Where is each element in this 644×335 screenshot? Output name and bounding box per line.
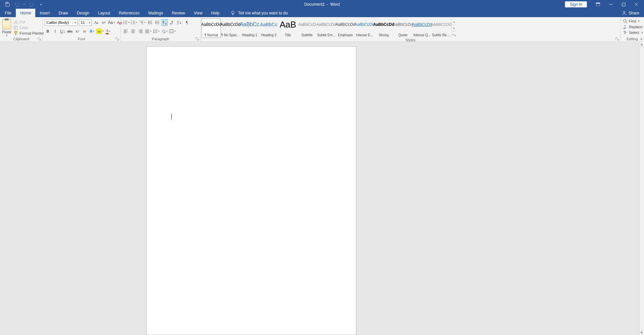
svg-point-21 <box>123 21 124 21</box>
superscript-button[interactable]: x2 <box>82 28 88 35</box>
style-name: Subtle Ref... <box>432 33 450 37</box>
tab-design[interactable]: Design <box>72 9 93 17</box>
group-label-paragraph: Paragraph <box>121 37 200 42</box>
highlight-button[interactable]: ab▾ <box>96 28 104 35</box>
styles-dialog-launcher[interactable] <box>615 37 619 41</box>
style-preview: AaBbCcDd <box>201 19 221 30</box>
gallery-scroll-down[interactable]: ▾ <box>452 25 456 32</box>
shrink-font-button[interactable]: A▾ <box>100 19 107 26</box>
numbering-button[interactable]: 123▾ <box>131 19 137 26</box>
italic-button[interactable]: I <box>52 28 58 35</box>
sort-button[interactable]: AZ <box>176 19 183 26</box>
style-item-11[interactable]: AaBbCcDdIntense Q... <box>412 18 432 38</box>
show-hide-marks-button[interactable]: ¶ <box>184 19 190 26</box>
bold-button[interactable]: B <box>45 28 51 35</box>
scroll-down-button[interactable]: ▼ <box>639 330 644 335</box>
decrease-indent-button[interactable] <box>147 19 153 26</box>
style-item-3[interactable]: AaBbCcHeading 2 <box>259 18 278 38</box>
strikethrough-button[interactable]: abc <box>67 28 73 35</box>
bullets-button[interactable]: ▾ <box>123 19 129 26</box>
gallery-more[interactable]: ▾ <box>452 32 456 38</box>
clipboard-dialog-launcher[interactable] <box>37 37 41 41</box>
save-button[interactable] <box>4 1 11 8</box>
undo-button[interactable] <box>13 1 20 8</box>
subscript-button[interactable]: x2 <box>74 28 80 35</box>
cut-button[interactable]: Cut <box>13 19 45 25</box>
font-size-dropdown[interactable]: ▾ <box>87 21 91 24</box>
ltr-text-direction-button[interactable]: ¶ <box>162 19 168 26</box>
multilevel-list-button[interactable]: ▾ <box>139 19 146 26</box>
find-button[interactable]: Find▾ <box>622 18 644 24</box>
text-effects-button[interactable]: A▾ <box>89 28 95 35</box>
tab-layout[interactable]: Layout <box>94 9 115 17</box>
style-preview: AaB <box>280 19 296 30</box>
font-color-button[interactable]: A▾ <box>105 28 111 35</box>
tab-view[interactable]: View <box>190 9 207 17</box>
tab-home[interactable]: Home <box>16 9 35 17</box>
justify-button[interactable]: ▾ <box>145 28 152 35</box>
style-preview: AaBbCcDd <box>355 19 374 30</box>
style-item-0[interactable]: AaBbCcDd¶ Normal <box>202 18 221 38</box>
borders-button[interactable]: ▾ <box>169 28 176 35</box>
undo-dropdown[interactable]: ▾ <box>23 1 26 8</box>
document-page[interactable] <box>146 46 356 335</box>
grow-font-button[interactable]: A▴ <box>93 19 99 26</box>
tab-mailings[interactable]: Mailings <box>144 9 167 17</box>
style-name: Intense Q... <box>413 33 431 37</box>
group-label-clipboard: Clipboard <box>0 37 42 42</box>
minimize-button[interactable] <box>605 0 616 9</box>
sign-in-button[interactable]: Sign in <box>565 1 587 7</box>
increase-indent-button[interactable] <box>154 19 160 26</box>
svg-rect-18 <box>15 33 16 35</box>
share-button[interactable]: Share <box>617 9 644 17</box>
gallery-scroll-up[interactable]: ▴ <box>452 18 456 25</box>
paste-dropdown[interactable]: ▾ <box>6 34 7 37</box>
format-painter-button[interactable]: Format Painter <box>13 31 45 36</box>
vertical-scrollbar[interactable]: ▲ ▼ <box>639 42 644 335</box>
align-center-button[interactable] <box>130 28 136 35</box>
underline-button[interactable]: U▾ <box>59 28 66 35</box>
align-left-button[interactable] <box>123 28 129 35</box>
qat-customize[interactable]: ▾ <box>38 1 44 8</box>
scroll-up-button[interactable]: ▲ <box>639 42 644 47</box>
close-button[interactable] <box>631 0 642 9</box>
style-item-12[interactable]: AABBCCDDSubtle Ref... <box>432 18 451 38</box>
style-item-2[interactable]: AaBbCcHeading 1 <box>240 18 259 38</box>
font-name-combo[interactable]: Calibri (Body) ▾ <box>45 19 78 26</box>
style-name: Quote <box>398 33 407 37</box>
style-item-9[interactable]: AaBbCcDdStrong <box>374 18 393 38</box>
ribbon-display-options[interactable] <box>592 0 604 9</box>
svg-line-13 <box>15 20 17 22</box>
redo-button[interactable] <box>28 1 35 8</box>
replace-button[interactable]: ab Replace <box>622 24 644 30</box>
copy-button[interactable]: Copy <box>13 25 45 30</box>
font-size-combo[interactable]: 11 ▾ <box>79 19 92 26</box>
style-item-7[interactable]: AaBbCcDdEmphasis <box>336 18 355 38</box>
shading-button[interactable]: ▾ <box>161 28 168 35</box>
line-spacing-button[interactable]: ▾ <box>153 28 160 35</box>
style-item-6[interactable]: AaBbCcDdSubtle Em... <box>317 18 336 38</box>
tab-references[interactable]: References <box>115 9 144 17</box>
style-item-8[interactable]: AaBbCcDdIntense E... <box>355 18 374 38</box>
tab-file[interactable]: File <box>0 9 16 17</box>
tab-review[interactable]: Review <box>167 9 189 17</box>
maximize-button[interactable] <box>618 0 629 9</box>
font-name-dropdown[interactable]: ▾ <box>73 21 77 24</box>
collapse-ribbon-button[interactable]: ⋏ <box>640 37 643 41</box>
tab-draw[interactable]: Draw <box>54 9 72 17</box>
style-item-1[interactable]: AaBbCcDd¶ No Spac... <box>221 18 240 38</box>
rtl-text-direction-button[interactable]: ¶ <box>169 19 175 26</box>
change-case-button[interactable]: Aa▾ <box>108 19 115 26</box>
tab-insert[interactable]: Insert <box>35 9 54 17</box>
tab-help[interactable]: Help <box>207 9 224 17</box>
align-right-button[interactable] <box>137 28 144 35</box>
style-item-5[interactable]: AaBbCcDSubtitle <box>297 18 317 38</box>
share-icon <box>622 11 627 15</box>
style-item-4[interactable]: AaBTitle <box>278 18 297 38</box>
style-item-10[interactable]: AaBbCcDdQuote <box>393 18 412 38</box>
tell-me-search[interactable]: Tell me what you want to do <box>231 9 288 17</box>
paste-button[interactable]: Paste ▾ <box>2 18 11 37</box>
font-dialog-launcher[interactable] <box>115 37 119 41</box>
select-button[interactable]: Select▾ <box>622 30 644 35</box>
paragraph-dialog-launcher[interactable] <box>195 37 199 41</box>
